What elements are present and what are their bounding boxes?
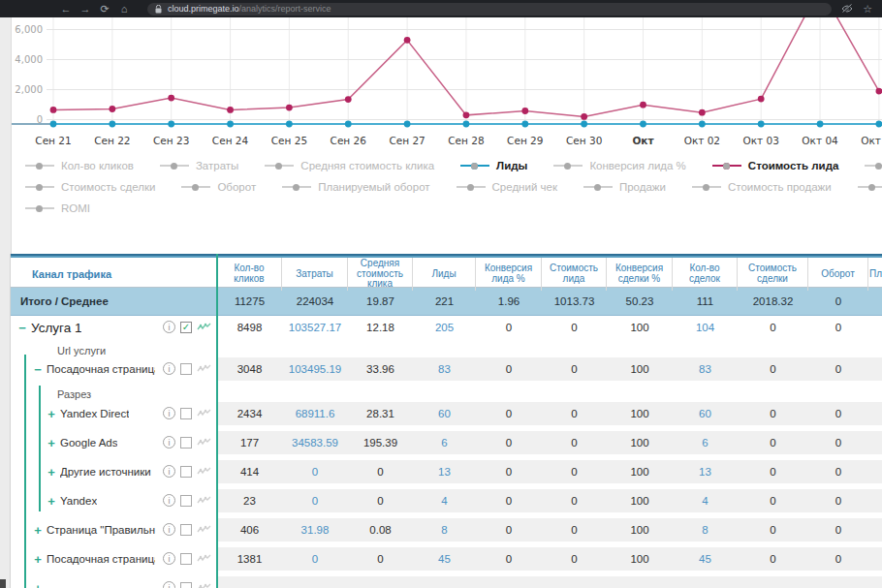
collapse-toggle-icon[interactable]: − xyxy=(32,362,44,377)
value-link[interactable]: 60 xyxy=(413,402,476,425)
data-point[interactable] xyxy=(699,121,706,128)
legend-item[interactable]: Стоимость продажи xyxy=(692,181,832,193)
row-label[interactable]: Посадочная страница "В xyxy=(47,363,155,375)
sparkline-icon[interactable] xyxy=(197,524,211,535)
value-link[interactable]: 8 xyxy=(673,518,738,542)
data-point[interactable] xyxy=(404,37,411,44)
column-header[interactable]: Конверсия сделки % xyxy=(607,258,673,291)
column-header[interactable]: Оборот xyxy=(808,258,868,291)
sparkline-icon[interactable] xyxy=(197,495,211,506)
data-point[interactable] xyxy=(168,95,174,102)
legend-item[interactable]: Средняя стоимость клика xyxy=(265,160,434,171)
data-point[interactable] xyxy=(345,96,352,103)
expand-toggle-icon[interactable]: + xyxy=(32,581,44,588)
value-link[interactable]: 103527.17 xyxy=(282,316,348,339)
value-link[interactable]: 68911.6 xyxy=(282,402,348,425)
forward-button[interactable]: → xyxy=(76,0,95,17)
legend-item[interactable]: Продажи xyxy=(583,181,666,193)
value-link[interactable]: 83 xyxy=(673,357,738,381)
legend-item[interactable]: Лиды xyxy=(460,160,527,171)
column-header[interactable]: Конверсия лида % xyxy=(476,258,542,291)
expand-toggle-icon[interactable]: + xyxy=(46,494,57,509)
home-button[interactable]: ⌂ xyxy=(114,0,134,17)
sparkline-icon[interactable] xyxy=(197,363,211,374)
value-link[interactable]: 4 xyxy=(413,489,476,512)
info-icon[interactable]: i xyxy=(163,362,175,375)
row-checkbox[interactable] xyxy=(180,466,192,478)
value-link[interactable]: 4 xyxy=(673,489,738,512)
value-link[interactable]: 45 xyxy=(673,547,738,571)
legend-item[interactable]: Средний чек xyxy=(457,181,557,193)
expand-toggle-icon[interactable]: + xyxy=(32,552,44,567)
data-point[interactable] xyxy=(286,105,293,111)
row-label[interactable]: Yandex xyxy=(60,495,97,507)
legend-item[interactable]: Кол-во кликов xyxy=(25,160,134,171)
value-link[interactable]: 8 xyxy=(413,518,476,542)
value-link[interactable]: 103495.19 xyxy=(282,357,348,381)
column-header[interactable]: Кол-во кликов xyxy=(217,258,282,291)
info-icon[interactable]: i xyxy=(163,581,175,588)
legend-item[interactable]: ROMI xyxy=(25,202,90,214)
value-link[interactable]: 0 xyxy=(282,460,348,483)
column-header[interactable]: Стоимость лида xyxy=(542,258,607,291)
sparkline-icon[interactable] xyxy=(197,466,211,477)
data-point[interactable] xyxy=(581,121,587,128)
sparkline-icon[interactable] xyxy=(197,437,211,448)
data-point[interactable] xyxy=(521,121,528,128)
info-icon[interactable]: i xyxy=(163,552,175,565)
url-bar[interactable]: cloud.primegate.io/analytics/report-serv… xyxy=(147,3,832,15)
data-point[interactable] xyxy=(50,121,57,128)
data-point[interactable] xyxy=(699,109,706,116)
legend-item[interactable]: Стоимость сделки xyxy=(25,181,155,193)
info-icon[interactable]: i xyxy=(163,523,175,536)
legend-item[interactable]: Стоимость лида xyxy=(712,160,838,171)
info-icon[interactable]: i xyxy=(163,407,175,419)
row-checkbox[interactable] xyxy=(180,553,192,565)
data-point[interactable] xyxy=(876,121,882,128)
data-point[interactable] xyxy=(463,121,470,128)
data-point[interactable] xyxy=(758,96,765,103)
row-label[interactable]: Страница "Правильный в xyxy=(47,524,155,536)
data-point[interactable] xyxy=(463,111,470,118)
data-point[interactable] xyxy=(109,121,115,128)
sparkline-icon[interactable] xyxy=(197,582,211,588)
row-label[interactable]: Посадочная страница "В xyxy=(47,553,155,565)
legend-item[interactable]: Оборот xyxy=(181,181,256,193)
expand-toggle-icon[interactable]: + xyxy=(46,436,57,450)
collapse-toggle-icon[interactable]: − xyxy=(16,321,28,335)
column-header[interactable]: Затраты xyxy=(282,258,348,291)
column-header[interactable]: Стоимость сделки xyxy=(738,258,808,291)
info-icon[interactable]: i xyxy=(163,321,175,333)
reload-button[interactable]: ⟳ xyxy=(95,0,114,17)
value-link[interactable]: 13 xyxy=(413,460,476,483)
data-point[interactable] xyxy=(50,107,57,113)
row-checkbox[interactable] xyxy=(180,524,192,536)
info-icon[interactable]: i xyxy=(163,436,175,449)
legend-item[interactable]: Затраты xyxy=(160,160,238,171)
row-label[interactable]: Google Ads xyxy=(60,437,117,449)
data-point[interactable] xyxy=(227,107,234,113)
expand-toggle-icon[interactable]: + xyxy=(46,407,57,421)
column-header[interactable]: Канал трафика xyxy=(11,258,217,291)
value-link[interactable]: 60 xyxy=(673,402,738,425)
row-label[interactable]: Другие источники xyxy=(60,466,151,478)
data-point[interactable] xyxy=(640,102,646,108)
row-checkbox[interactable] xyxy=(180,363,192,375)
legend-item[interactable]: Конверсия продажи % xyxy=(858,181,882,193)
row-checkbox[interactable]: ✓ xyxy=(180,322,192,333)
data-point[interactable] xyxy=(404,121,411,128)
info-icon[interactable]: i xyxy=(163,465,175,478)
value-link[interactable]: 34583.59 xyxy=(282,431,348,454)
value-link[interactable]: 0 xyxy=(282,547,348,571)
data-point[interactable] xyxy=(640,121,646,128)
legend-item[interactable]: Планируемый оборот xyxy=(282,181,429,193)
sparkline-icon[interactable] xyxy=(197,408,211,418)
column-header[interactable]: Кол-во сделок xyxy=(673,258,738,291)
row-label[interactable]: Услуга 1 xyxy=(31,321,81,335)
sparkline-icon[interactable] xyxy=(197,553,211,564)
data-point[interactable] xyxy=(227,121,234,128)
column-header[interactable]: Планируемый оборот xyxy=(868,258,882,291)
value-link[interactable]: 104 xyxy=(673,316,738,339)
data-point[interactable] xyxy=(521,108,528,114)
data-point[interactable] xyxy=(876,88,882,95)
